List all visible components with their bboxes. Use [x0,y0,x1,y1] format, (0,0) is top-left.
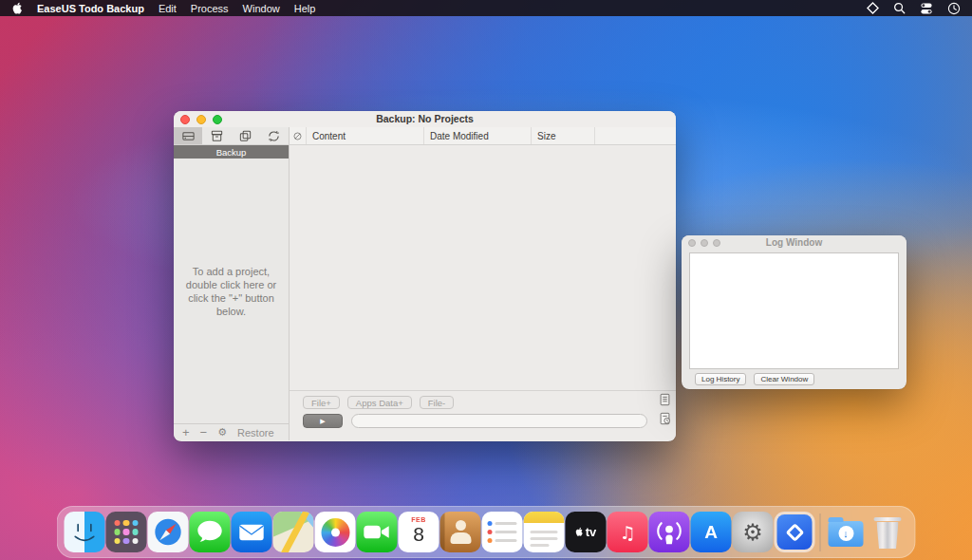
calendar-day: 8 [399,523,439,545]
filter-icon[interactable] [290,127,307,144]
add-project-button[interactable]: + [182,426,190,439]
backup-window-titlebar[interactable]: Backup: No Projects [174,111,676,127]
podcasts-dock-icon[interactable] [649,512,690,552]
clock-icon[interactable] [947,2,961,15]
dock-separator [820,513,821,551]
notes-dock-icon[interactable] [524,512,565,552]
column-content[interactable]: Content [307,127,424,144]
photos-dock-icon[interactable] [315,512,356,552]
start-backup-button[interactable]: ▶ [303,414,343,428]
download-arrow-icon: ↓ [838,526,853,541]
sync-mode-icon[interactable] [260,127,289,144]
calendar-dock-icon[interactable]: FEB 8 [399,512,439,552]
desktop: EaseUS Todo Backup Edit Process Window H… [0,0,972,560]
log-history-button[interactable]: Log History [695,373,746,385]
mode-tabstrip [174,127,290,144]
column-spacer [595,127,676,144]
log-window-titlebar[interactable]: Log Window [682,235,907,251]
system-preferences-dock-icon[interactable]: ⚙ [733,512,774,552]
backup-mode-icon[interactable] [174,127,202,144]
log-content-area [689,252,899,369]
log-minimize-button[interactable] [701,239,708,247]
menu-help[interactable]: Help [294,3,316,14]
history-document-icon[interactable] [659,412,671,429]
zoom-button[interactable] [213,115,222,124]
downloads-dock-icon[interactable]: ↓ [826,512,867,552]
file-minus-button[interactable]: File- [420,396,454,409]
projects-sidebar: Backup To add a project, double click he… [174,145,290,440]
menu-app-name[interactable]: EaseUS Todo Backup [37,3,144,14]
log-window: Log Window Log History Clear Window [682,235,907,389]
launchpad-dock-icon[interactable] [106,512,147,552]
dock: FEB 8 tv ♫ [57,506,916,558]
apple-tv-label: tv [586,525,597,539]
file-plus-button[interactable]: File+ [303,396,340,409]
menu-window[interactable]: Window [243,3,280,14]
menu-process[interactable]: Process [191,3,229,14]
calendar-month: FEB [399,516,439,523]
easeus-status-icon[interactable] [867,2,879,14]
project-settings-gear-icon[interactable]: ⚙ [217,426,227,439]
music-dock-icon[interactable]: ♫ [608,512,648,552]
log-document-icon[interactable] [659,393,671,410]
contacts-dock-icon[interactable] [440,512,481,552]
bottom-panel: File+ Apps Data+ File- ▶ [290,390,676,440]
mail-dock-icon[interactable] [232,512,272,552]
minimize-button[interactable] [196,115,206,124]
facetime-dock-icon[interactable] [357,512,398,552]
finder-dock-icon[interactable] [65,512,105,552]
log-zoom-button[interactable] [713,239,720,247]
messages-dock-icon[interactable] [190,512,231,552]
apple-tv-dock-icon[interactable]: tv [566,512,607,552]
apple-menu-icon[interactable] [11,2,23,15]
easeus-todo-backup-dock-icon[interactable] [775,512,815,552]
backup-window: Backup: No Projects [174,111,676,441]
gear-icon: ⚙ [742,519,763,546]
app-store-letter: A [704,522,718,543]
control-center-icon[interactable] [920,2,933,15]
clear-window-button[interactable]: Clear Window [754,373,814,385]
column-date-modified[interactable]: Date Modified [424,127,532,144]
restore-button[interactable]: Restore [237,427,274,439]
window-title: Backup: No Projects [174,111,676,127]
sidebar-footer: + − ⚙ Restore [174,423,289,440]
apps-data-plus-button[interactable]: Apps Data+ [347,396,412,409]
safari-dock-icon[interactable] [148,512,189,552]
backup-content-area: File+ Apps Data+ File- ▶ [290,145,676,440]
reminders-dock-icon[interactable] [482,512,523,552]
spotlight-search-icon[interactable] [893,2,906,14]
menu-bar: EaseUS Todo Backup Edit Process Window H… [0,0,972,16]
easeus-diamond-icon [785,523,804,542]
column-size[interactable]: Size [532,127,595,144]
app-store-dock-icon[interactable]: A [691,512,732,552]
log-close-button[interactable] [688,239,696,247]
trash-dock-icon[interactable] [868,512,908,552]
file-list-area[interactable] [290,145,676,390]
progress-bar [351,414,647,428]
toolbar: Content Date Modified Size [174,127,676,145]
maps-dock-icon[interactable] [273,512,314,552]
clone-mode-icon[interactable] [232,127,260,144]
remove-project-button[interactable]: − [200,426,208,439]
sidebar-header: Backup [174,145,289,159]
file-table-header: Content Date Modified Size [290,127,676,144]
add-project-hint[interactable]: To add a project, double click here or c… [174,159,289,423]
archive-mode-icon[interactable] [202,127,231,144]
menu-edit[interactable]: Edit [159,3,177,14]
close-button[interactable] [180,115,190,124]
